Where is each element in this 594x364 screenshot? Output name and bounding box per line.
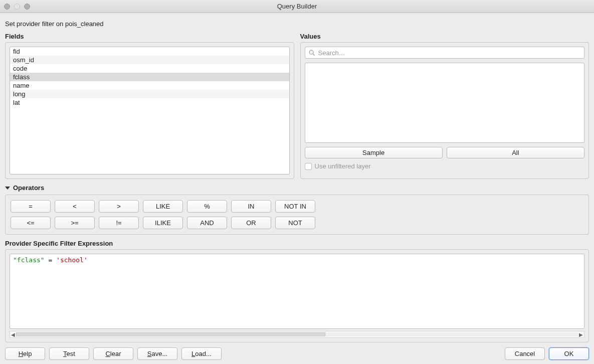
expr-token-op: = [48, 256, 52, 264]
scroll-left-icon[interactable]: ◀ [11, 332, 15, 337]
use-unfiltered-checkbox[interactable] [305, 163, 312, 170]
expression-textarea[interactable]: "fclass" = 'school' [10, 254, 584, 329]
fields-panel: fidosm_idcodefclassnamelonglat [5, 42, 294, 179]
expr-token-str: 'school' [56, 256, 88, 264]
expression-panel: "fclass" = 'school' ◀ ▶ [5, 249, 589, 342]
operators-header[interactable]: Operators [5, 184, 589, 192]
save-button[interactable]: Save... [137, 347, 177, 360]
field-row[interactable]: code [10, 64, 289, 73]
operator-button[interactable]: < [55, 200, 95, 213]
operator-button[interactable]: > [99, 200, 139, 213]
all-button[interactable]: All [447, 147, 584, 158]
operator-button[interactable]: NOT [275, 217, 315, 229]
operators-row-2: <=>=!=ILIKEANDORNOT [11, 217, 583, 229]
values-search[interactable] [305, 47, 585, 59]
use-unfiltered-row[interactable]: Use unfiltered layer [305, 162, 585, 170]
test-button[interactable]: Test [49, 347, 89, 360]
values-label: Values [300, 33, 589, 40]
scroll-thumb[interactable] [16, 332, 325, 336]
field-row[interactable]: osm_id [10, 56, 289, 64]
field-row[interactable]: lat [10, 98, 289, 107]
use-unfiltered-label: Use unfiltered layer [315, 162, 371, 170]
sample-button[interactable]: Sample [305, 147, 443, 158]
field-row[interactable]: long [10, 90, 289, 98]
expression-label: Provider Specific Filter Expression [5, 240, 589, 247]
operator-button[interactable]: NOT IN [275, 200, 315, 213]
operators-panel: =<>LIKE%INNOT IN <=>=!=ILIKEANDORNOT [5, 195, 589, 235]
cancel-button[interactable]: Cancel [505, 347, 545, 360]
load-button[interactable]: Load... [181, 347, 222, 360]
operator-button[interactable]: <= [11, 217, 51, 229]
field-row[interactable]: fid [10, 47, 289, 56]
search-icon [308, 49, 315, 56]
scroll-track[interactable] [16, 332, 578, 336]
fields-listbox[interactable]: fidosm_idcodefclassnamelonglat [10, 47, 290, 174]
dialog-content: Set provider filter on pois_cleaned Fiel… [0, 13, 594, 364]
fields-label: Fields [5, 33, 294, 40]
operator-button[interactable]: % [187, 200, 227, 213]
operator-button[interactable]: ILIKE [143, 217, 183, 229]
dialog-subtitle: Set provider filter on pois_cleaned [5, 20, 589, 28]
dialog-footer: Help Test Clear Save... Load... Cancel O… [5, 347, 589, 360]
ok-button[interactable]: OK [549, 347, 589, 360]
values-search-input[interactable] [318, 49, 581, 57]
chevron-down-icon [5, 187, 10, 190]
operators-label: Operators [13, 184, 44, 192]
window-title: Query Builder [0, 3, 594, 10]
values-column: Values Sample All Use unfiltered layer [300, 33, 589, 179]
operator-button[interactable]: >= [55, 217, 95, 229]
operator-button[interactable]: AND [187, 217, 227, 229]
operator-button[interactable]: != [99, 217, 139, 229]
fields-column: Fields fidosm_idcodefclassnamelonglat [5, 33, 294, 179]
field-row[interactable]: fclass [10, 73, 289, 81]
clear-button[interactable]: Clear [93, 347, 133, 360]
titlebar: Query Builder [0, 0, 594, 13]
help-button[interactable]: Help [5, 347, 45, 360]
scroll-right-icon[interactable]: ▶ [579, 332, 583, 337]
operator-button[interactable]: IN [231, 200, 271, 213]
values-listbox[interactable] [305, 63, 585, 143]
field-row[interactable]: name [10, 81, 289, 90]
svg-line-1 [313, 54, 314, 55]
expr-token-field: "fclass" [13, 256, 45, 264]
operator-button[interactable]: = [11, 200, 51, 213]
operators-row-1: =<>LIKE%INNOT IN [11, 200, 583, 213]
expression-hscrollbar[interactable]: ◀ ▶ [10, 331, 584, 338]
operator-button[interactable]: LIKE [143, 200, 183, 213]
operator-button[interactable]: OR [231, 217, 271, 229]
values-panel: Sample All Use unfiltered layer [300, 42, 589, 179]
